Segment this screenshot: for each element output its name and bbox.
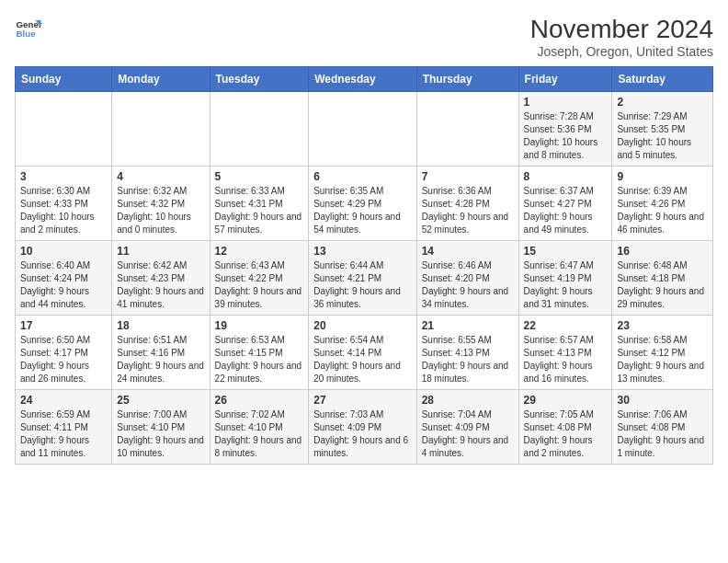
day-number: 19 xyxy=(215,319,304,332)
calendar-cell: 17Sunrise: 6:50 AM Sunset: 4:17 PM Dayli… xyxy=(16,316,112,390)
calendar-cell: 6Sunrise: 6:35 AM Sunset: 4:29 PM Daylig… xyxy=(309,167,416,241)
day-info: Sunrise: 7:29 AM Sunset: 5:35 PM Dayligh… xyxy=(617,110,708,162)
day-info: Sunrise: 6:53 AM Sunset: 4:15 PM Dayligh… xyxy=(215,334,304,385)
calendar-cell: 28Sunrise: 7:04 AM Sunset: 4:09 PM Dayli… xyxy=(416,390,518,465)
day-info: Sunrise: 6:37 AM Sunset: 4:27 PM Dayligh… xyxy=(524,185,608,236)
calendar-cell: 8Sunrise: 6:37 AM Sunset: 4:27 PM Daylig… xyxy=(518,167,612,241)
day-number: 29 xyxy=(524,394,608,407)
day-number: 25 xyxy=(117,394,204,407)
day-number: 22 xyxy=(524,319,608,332)
calendar-cell: 11Sunrise: 6:42 AM Sunset: 4:23 PM Dayli… xyxy=(112,241,210,316)
day-number: 14 xyxy=(422,245,514,258)
calendar-cell: 22Sunrise: 6:57 AM Sunset: 4:13 PM Dayli… xyxy=(518,316,612,390)
calendar-cell: 27Sunrise: 7:03 AM Sunset: 4:09 PM Dayli… xyxy=(309,390,416,465)
weekday-header-monday: Monday xyxy=(112,67,210,92)
title-area: November 2024 Joseph, Oregon, United Sta… xyxy=(530,15,713,59)
day-info: Sunrise: 6:33 AM Sunset: 4:31 PM Dayligh… xyxy=(215,185,304,236)
day-number: 9 xyxy=(617,170,708,183)
day-info: Sunrise: 7:06 AM Sunset: 4:08 PM Dayligh… xyxy=(617,408,708,460)
calendar-cell: 14Sunrise: 6:46 AM Sunset: 4:20 PM Dayli… xyxy=(416,241,518,316)
calendar-cell: 18Sunrise: 6:51 AM Sunset: 4:16 PM Dayli… xyxy=(112,316,210,390)
calendar-week-4: 17Sunrise: 6:50 AM Sunset: 4:17 PM Dayli… xyxy=(16,316,713,390)
day-number: 11 xyxy=(117,245,204,258)
calendar-cell: 20Sunrise: 6:54 AM Sunset: 4:14 PM Dayli… xyxy=(309,316,416,390)
day-number: 15 xyxy=(524,245,608,258)
day-number: 12 xyxy=(215,245,304,258)
day-info: Sunrise: 6:48 AM Sunset: 4:18 PM Dayligh… xyxy=(617,259,708,311)
day-info: Sunrise: 6:46 AM Sunset: 4:20 PM Dayligh… xyxy=(422,259,514,311)
calendar-cell: 30Sunrise: 7:06 AM Sunset: 4:08 PM Dayli… xyxy=(612,390,713,465)
day-info: Sunrise: 6:54 AM Sunset: 4:14 PM Dayligh… xyxy=(313,334,411,385)
day-info: Sunrise: 6:32 AM Sunset: 4:32 PM Dayligh… xyxy=(117,185,204,236)
calendar-cell: 7Sunrise: 6:36 AM Sunset: 4:28 PM Daylig… xyxy=(416,167,518,241)
day-info: Sunrise: 6:40 AM Sunset: 4:24 PM Dayligh… xyxy=(20,259,107,311)
day-info: Sunrise: 7:03 AM Sunset: 4:09 PM Dayligh… xyxy=(313,408,411,460)
header: General Blue November 2024 Joseph, Orego… xyxy=(15,15,713,59)
day-info: Sunrise: 6:42 AM Sunset: 4:23 PM Dayligh… xyxy=(117,259,204,311)
calendar-cell: 19Sunrise: 6:53 AM Sunset: 4:15 PM Dayli… xyxy=(210,316,309,390)
day-info: Sunrise: 7:05 AM Sunset: 4:08 PM Dayligh… xyxy=(524,408,608,460)
svg-text:Blue: Blue xyxy=(17,29,37,39)
day-info: Sunrise: 6:47 AM Sunset: 4:19 PM Dayligh… xyxy=(524,259,608,311)
day-info: Sunrise: 7:00 AM Sunset: 4:10 PM Dayligh… xyxy=(117,408,204,460)
calendar-cell: 1Sunrise: 7:28 AM Sunset: 5:36 PM Daylig… xyxy=(518,92,612,167)
day-info: Sunrise: 7:28 AM Sunset: 5:36 PM Dayligh… xyxy=(524,110,608,162)
day-number: 1 xyxy=(524,96,608,109)
day-number: 13 xyxy=(313,245,411,258)
calendar-cell xyxy=(16,92,112,167)
day-number: 16 xyxy=(617,245,708,258)
day-number: 20 xyxy=(313,319,411,332)
calendar-cell: 9Sunrise: 6:39 AM Sunset: 4:26 PM Daylig… xyxy=(612,167,713,241)
month-title: November 2024 xyxy=(530,15,713,44)
logo-icon: General Blue xyxy=(15,15,42,42)
calendar-cell xyxy=(210,92,309,167)
day-info: Sunrise: 6:35 AM Sunset: 4:29 PM Dayligh… xyxy=(313,185,411,236)
day-info: Sunrise: 6:55 AM Sunset: 4:13 PM Dayligh… xyxy=(422,334,514,385)
calendar-cell xyxy=(309,92,416,167)
day-info: Sunrise: 6:59 AM Sunset: 4:11 PM Dayligh… xyxy=(20,408,107,460)
day-number: 21 xyxy=(422,319,514,332)
calendar-cell xyxy=(416,92,518,167)
weekday-header-row: SundayMondayTuesdayWednesdayThursdayFrid… xyxy=(16,67,713,92)
weekday-header-wednesday: Wednesday xyxy=(309,67,416,92)
day-info: Sunrise: 6:43 AM Sunset: 4:22 PM Dayligh… xyxy=(215,259,304,311)
day-info: Sunrise: 6:50 AM Sunset: 4:17 PM Dayligh… xyxy=(20,334,107,385)
weekday-header-saturday: Saturday xyxy=(612,67,713,92)
weekday-header-tuesday: Tuesday xyxy=(210,67,309,92)
calendar-week-5: 24Sunrise: 6:59 AM Sunset: 4:11 PM Dayli… xyxy=(16,390,713,465)
day-number: 10 xyxy=(20,245,107,258)
calendar-cell: 21Sunrise: 6:55 AM Sunset: 4:13 PM Dayli… xyxy=(416,316,518,390)
calendar-cell: 3Sunrise: 6:30 AM Sunset: 4:33 PM Daylig… xyxy=(16,167,112,241)
day-number: 17 xyxy=(20,319,107,332)
day-info: Sunrise: 6:44 AM Sunset: 4:21 PM Dayligh… xyxy=(313,259,411,311)
day-info: Sunrise: 6:51 AM Sunset: 4:16 PM Dayligh… xyxy=(117,334,204,385)
calendar-cell: 15Sunrise: 6:47 AM Sunset: 4:19 PM Dayli… xyxy=(518,241,612,316)
day-info: Sunrise: 7:04 AM Sunset: 4:09 PM Dayligh… xyxy=(422,408,514,460)
calendar-week-1: 1Sunrise: 7:28 AM Sunset: 5:36 PM Daylig… xyxy=(16,92,713,167)
day-number: 18 xyxy=(117,319,204,332)
calendar-week-3: 10Sunrise: 6:40 AM Sunset: 4:24 PM Dayli… xyxy=(16,241,713,316)
calendar-cell xyxy=(112,92,210,167)
weekday-header-sunday: Sunday xyxy=(16,67,112,92)
day-number: 6 xyxy=(313,170,411,183)
calendar-cell: 16Sunrise: 6:48 AM Sunset: 4:18 PM Dayli… xyxy=(612,241,713,316)
calendar-cell: 13Sunrise: 6:44 AM Sunset: 4:21 PM Dayli… xyxy=(309,241,416,316)
calendar-table: SundayMondayTuesdayWednesdayThursdayFrid… xyxy=(15,66,713,465)
calendar-cell: 4Sunrise: 6:32 AM Sunset: 4:32 PM Daylig… xyxy=(112,167,210,241)
day-number: 26 xyxy=(215,394,304,407)
calendar-cell: 25Sunrise: 7:00 AM Sunset: 4:10 PM Dayli… xyxy=(112,390,210,465)
day-number: 24 xyxy=(20,394,107,407)
weekday-header-thursday: Thursday xyxy=(416,67,518,92)
day-info: Sunrise: 6:39 AM Sunset: 4:26 PM Dayligh… xyxy=(617,185,708,236)
calendar-cell: 2Sunrise: 7:29 AM Sunset: 5:35 PM Daylig… xyxy=(612,92,713,167)
logo: General Blue xyxy=(15,15,42,42)
calendar-cell: 12Sunrise: 6:43 AM Sunset: 4:22 PM Dayli… xyxy=(210,241,309,316)
day-info: Sunrise: 6:36 AM Sunset: 4:28 PM Dayligh… xyxy=(422,185,514,236)
day-info: Sunrise: 7:02 AM Sunset: 4:10 PM Dayligh… xyxy=(215,408,304,460)
calendar-cell: 10Sunrise: 6:40 AM Sunset: 4:24 PM Dayli… xyxy=(16,241,112,316)
subtitle: Joseph, Oregon, United States xyxy=(530,44,713,59)
day-number: 30 xyxy=(617,394,708,407)
calendar-cell: 5Sunrise: 6:33 AM Sunset: 4:31 PM Daylig… xyxy=(210,167,309,241)
day-number: 8 xyxy=(524,170,608,183)
day-number: 27 xyxy=(313,394,411,407)
